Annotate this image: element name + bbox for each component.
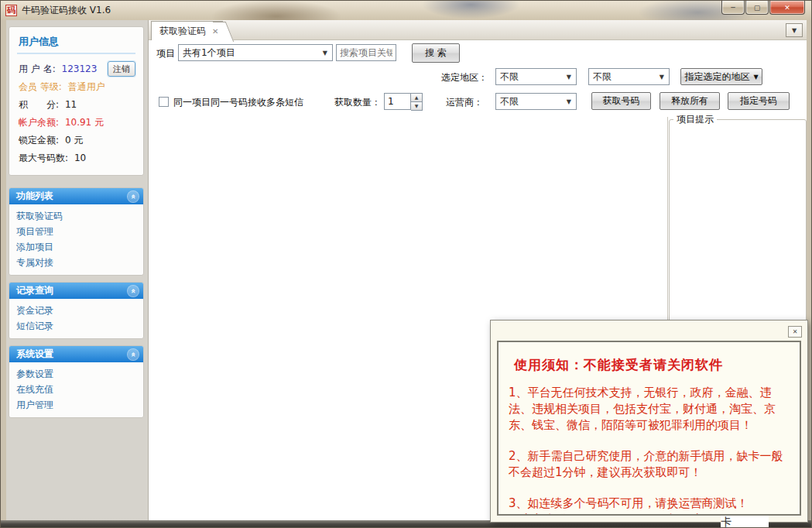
dialog-close-button[interactable]: ✕ [788,326,802,338]
function-list-items: 获取验证码 项目管理 添加项目 专属对接 [9,204,143,275]
usage-notice-paragraph: 3、如连续多个号码不可用，请换运营商测试！ [509,495,790,512]
region-combo-1-value: 不限 [500,70,519,84]
quantity-input[interactable] [384,93,411,110]
carrier-combo-value: 不限 [500,95,519,108]
records-header[interactable]: 记录查询 « [9,283,143,299]
sidebar-item-exclusive-dock[interactable]: 专属对接 [16,255,143,270]
dialog-close-icon: ✕ [793,328,798,335]
user-info-panel: 用户信息 用 户 名: 123123 注销 会员 等级: 普通用户 积 分: 1… [9,26,144,176]
settings-items: 参数设置 在线充值 用户管理 [9,362,143,417]
get-number-button[interactable]: 获取号码 [591,92,651,110]
locked-amount-row: 锁定金额: 0 元 [17,132,135,149]
search-button[interactable]: 搜 索 [412,43,460,63]
usage-notice-paragraph: 1、平台无任何技术支持，无银行，政府，金融、违法、违规相关项目，包括支付宝，财付… [509,385,790,434]
tab-get-code[interactable]: 获取验证码 ✕ [151,21,223,40]
logout-button[interactable]: 注销 [108,61,135,77]
specify-region-label: 指定选定的地区 [684,70,749,84]
max-numbers-value: 10 [74,153,86,163]
sidebar-item-sms-records[interactable]: 短信记录 [16,318,143,334]
points-row: 积 分: 11 [17,96,135,114]
points-value: 11 [65,99,77,110]
sidebar-item-get-code[interactable]: 获取验证码 [16,208,143,224]
sidebar-item-fund-records[interactable]: 资金记录 [16,303,143,318]
collapse-glyph: « [129,288,137,293]
quantity-stepper: ▲ ▼ [411,93,423,110]
chevron-down-icon: ▼ [792,27,797,34]
collapse-icon[interactable]: « [128,286,139,297]
sidebar-item-online-recharge[interactable]: 在线充值 [16,382,143,397]
specify-region-button[interactable]: 指定选定的地区 ▼ [680,68,762,85]
region-combo-1[interactable]: 不限 ▼ [495,68,577,85]
sidebar: 用户信息 用 户 名: 123123 注销 会员 等级: 普通用户 积 分: 1… [6,20,148,520]
function-list-section: 功能列表 « 获取验证码 项目管理 添加项目 专属对接 [9,187,144,276]
chevron-down-icon: ▼ [655,74,669,81]
project-combo-value: 共有1个项目 [183,46,235,60]
settings-section: 系统设置 « 参数设置 在线充值 用户管理 [9,345,144,418]
records-section: 记录查询 « 资金记录 短信记录 [9,282,144,339]
username-row: 用 户 名: 123123 注销 [17,60,135,78]
tab-close-icon[interactable]: ✕ [212,27,218,36]
collapse-glyph: « [129,351,137,356]
multi-sms-checkbox-label[interactable]: 同一项目同一号码接收多条短信 [173,94,303,111]
window-title: 牛码验证码接收 V1.6 [22,4,111,17]
search-input[interactable] [336,44,396,61]
title-bar: 码 牛码验证码接收 V1.6 ─ ▢ ✕ [1,1,811,20]
app-logo-icon: 码 [5,5,17,16]
balance-value: 10.91 元 [65,117,104,128]
balance-label: 帐户余额: [19,117,59,128]
usage-notice-paragraph: 2、新手需自己研究使用，介意的新手慎用，缺卡一般不会超过1分钟，建议再次获取即可… [509,448,790,481]
chevron-down-icon: ▼ [562,98,576,105]
tab-list-dropdown-button[interactable]: ▼ [786,23,803,37]
chevron-down-icon: ▼ [318,50,332,57]
release-all-button[interactable]: 释放所有 [660,92,720,110]
close-button[interactable]: ✕ [769,1,805,15]
region-label: 选定地区： [441,69,488,86]
minimize-icon: ─ [731,4,735,12]
function-list-header[interactable]: 功能列表 « [9,188,143,204]
collapse-icon[interactable]: « [128,191,139,202]
multi-sms-checkbox[interactable] [159,97,169,107]
chevron-down-icon: ▼ [753,74,758,81]
maximize-button[interactable]: ▢ [745,1,769,15]
minimize-button[interactable]: ─ [721,1,745,15]
app-logo-glyph: 码 [7,5,15,15]
max-numbers-label: 最大号码数: [19,153,68,163]
balance-row: 帐户余额: 10.91 元 [17,114,135,132]
settings-header-label: 系统设置 [16,348,53,361]
carrier-label: 运营商： [446,94,483,111]
sidebar-item-user-manage[interactable]: 用户管理 [16,397,143,413]
spin-down-icon[interactable]: ▼ [411,102,423,111]
settings-header[interactable]: 系统设置 « [9,346,143,362]
records-header-label: 记录查询 [16,284,53,297]
username-value: 123123 [62,63,98,74]
points-label: 积 分: [19,99,59,110]
usage-notice-title: 使用须知：不能接受者请关闭软件 [514,356,790,374]
maximize-icon: ▢ [754,4,761,12]
member-level-label: 会员 等级: [19,81,62,92]
member-level-value: 普通用户 [68,81,105,92]
chevron-down-icon: ▼ [562,74,576,81]
project-tips-legend: 项目提示 [673,114,717,125]
usage-notice-content: 使用须知：不能接受者请关闭软件 1、平台无任何技术支持，无银行，政府，金融、违法… [497,341,801,516]
spin-up-icon[interactable]: ▲ [411,93,423,102]
locked-amount-label: 锁定金额: [19,135,59,146]
sidebar-item-param-settings[interactable]: 参数设置 [16,366,143,382]
records-items: 资金记录 短信记录 [9,299,143,338]
max-numbers-row: 最大号码数: 10 [17,149,135,167]
app-window: 码 牛码验证码接收 V1.6 ─ ▢ ✕ 用户信息 用 户 名: 123123 … [0,0,812,528]
tab-label: 获取验证码 [159,25,206,38]
username-label: 用 户 名: [19,63,56,74]
specify-number-button[interactable]: 指定号码 [728,92,790,110]
window-controls: ─ ▢ ✕ [721,1,805,15]
carrier-combo[interactable]: 不限 ▼ [495,93,577,110]
usage-notice-dialog: ✕ 使用须知：不能接受者请关闭软件 1、平台无任何技术支持，无银行，政府，金融、… [490,320,808,523]
sidebar-item-project-manage[interactable]: 项目管理 [16,224,143,239]
quantity-label: 获取数量： [334,94,381,111]
collapse-icon[interactable]: « [128,349,139,360]
tab-bar: 获取验证码 ✕ ▼ [149,20,807,40]
clipped-background-text: 卡 [721,516,769,528]
collapse-glyph: « [129,194,137,198]
project-combo[interactable]: 共有1个项目 ▼ [178,44,333,61]
region-combo-2[interactable]: 不限 ▼ [588,68,670,85]
sidebar-item-add-project[interactable]: 添加项目 [16,239,143,255]
